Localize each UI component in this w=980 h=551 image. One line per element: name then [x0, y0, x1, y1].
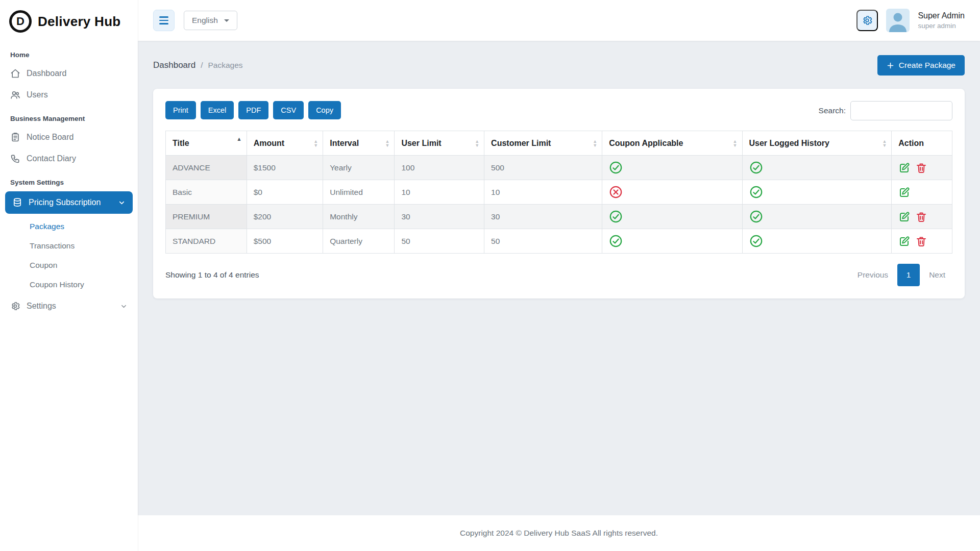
- sidebar-item-contact-diary[interactable]: Contact Diary: [0, 148, 138, 169]
- sort-icon: ▲▼: [475, 139, 479, 147]
- settings-gear-button[interactable]: [856, 10, 878, 31]
- packages-card: PrintExcelPDFCSVCopy Search: Title▲Amoun…: [153, 89, 965, 298]
- cell-user-limit: 30: [395, 205, 484, 229]
- column-header-amount[interactable]: Amount▲▼: [247, 131, 323, 156]
- column-header-customer-limit[interactable]: Customer Limit▲▼: [484, 131, 602, 156]
- sidebar-item-pricing-subscription[interactable]: Pricing Subscription: [5, 191, 133, 214]
- table-row: PREMIUM$200Monthly3030: [166, 205, 952, 229]
- menu-toggle-button[interactable]: [153, 10, 175, 31]
- edit-icon[interactable]: [898, 162, 911, 174]
- notice-board-icon: [10, 132, 20, 142]
- edit-icon[interactable]: [898, 211, 911, 223]
- check-circle-icon: [609, 161, 623, 174]
- x-circle-icon: [609, 185, 623, 199]
- sidebar-subitem-transactions[interactable]: Transactions: [0, 236, 138, 256]
- sidebar-item-notice-board[interactable]: Notice Board: [0, 127, 138, 148]
- cell-user-logged-history: [742, 156, 892, 180]
- delete-icon[interactable]: [915, 162, 927, 174]
- check-circle-icon: [749, 234, 763, 248]
- breadcrumb-separator: /: [201, 61, 203, 70]
- delete-icon[interactable]: [915, 211, 927, 223]
- edit-icon[interactable]: [898, 235, 911, 247]
- sidebar-subitem-packages[interactable]: Packages: [0, 217, 138, 236]
- cell-coupon-applicable: [602, 156, 742, 180]
- user-name: Super Admin: [918, 11, 965, 21]
- sort-icon: ▲▼: [593, 139, 597, 147]
- main-column: English Super Admin super admin Dashboar…: [138, 0, 980, 551]
- cell-title: STANDARD: [166, 229, 247, 254]
- cell-action: [892, 156, 952, 180]
- packages-table: Title▲Amount▲▼Interval▲▼User Limit▲▼Cust…: [165, 131, 952, 254]
- table-row: ADVANCE$1500Yearly100500: [166, 156, 952, 180]
- cell-user-logged-history: [742, 180, 892, 205]
- cell-action: [892, 205, 952, 229]
- cell-coupon-applicable: [602, 205, 742, 229]
- sort-icon: ▲▼: [882, 139, 887, 147]
- pagination: Previous 1 Next: [850, 264, 952, 286]
- pagination-page-1[interactable]: 1: [897, 264, 920, 286]
- brand[interactable]: D Delivery Hub: [0, 0, 138, 42]
- check-circle-icon: [749, 210, 763, 223]
- cell-interval: Yearly: [323, 156, 395, 180]
- table-header-row: Title▲Amount▲▼Interval▲▼User Limit▲▼Cust…: [166, 131, 952, 156]
- column-header-user-limit[interactable]: User Limit▲▼: [395, 131, 484, 156]
- user-role: super admin: [918, 21, 965, 31]
- column-header-interval[interactable]: Interval▲▼: [323, 131, 395, 156]
- sidebar-item-settings[interactable]: Settings: [0, 295, 138, 317]
- language-label: English: [192, 16, 218, 25]
- search-area: Search:: [819, 101, 952, 120]
- top-header: English Super Admin super admin: [138, 0, 980, 41]
- sidebar-item-label: Contact Diary: [27, 154, 76, 163]
- check-circle-icon: [609, 234, 623, 248]
- cell-amount: $200: [247, 205, 323, 229]
- pdf-button[interactable]: PDF: [238, 101, 268, 119]
- sort-icon: ▲▼: [313, 139, 318, 147]
- table-row: STANDARD$500Quarterly5050: [166, 229, 952, 254]
- table-row: Basic$0Unlimited1010: [166, 180, 952, 205]
- search-label: Search:: [819, 106, 846, 115]
- column-header-user-logged-history[interactable]: User Logged History▲▼: [742, 131, 892, 156]
- sidebar-item-label: Notice Board: [27, 133, 74, 142]
- sort-icon: ▲▼: [733, 139, 738, 147]
- cell-coupon-applicable: [602, 180, 742, 205]
- column-header-title[interactable]: Title▲: [166, 131, 247, 156]
- cell-customer-limit: 500: [484, 156, 602, 180]
- csv-button[interactable]: CSV: [273, 101, 304, 119]
- cell-user-logged-history: [742, 229, 892, 254]
- cell-user-limit: 50: [395, 229, 484, 254]
- cell-customer-limit: 30: [484, 205, 602, 229]
- sidebar-item-label: Settings: [27, 302, 56, 311]
- brand-logo-icon: D: [9, 10, 32, 33]
- column-header-coupon-applicable[interactable]: Coupon Applicable▲▼: [602, 131, 742, 156]
- edit-icon[interactable]: [898, 186, 911, 198]
- cell-user-limit: 100: [395, 156, 484, 180]
- home-icon: [10, 68, 20, 79]
- chevron-down-icon: [120, 303, 128, 310]
- brand-name: Delivery Hub: [38, 14, 121, 30]
- avatar[interactable]: [886, 9, 910, 32]
- pagination-previous[interactable]: Previous: [850, 265, 895, 285]
- brand-logo-letter: D: [16, 15, 24, 28]
- pagination-next[interactable]: Next: [922, 265, 952, 285]
- excel-button[interactable]: Excel: [201, 101, 234, 119]
- sidebar-subitem-coupon-history[interactable]: Coupon History: [0, 275, 138, 294]
- delete-icon[interactable]: [915, 235, 927, 247]
- entries-summary: Showing 1 to 4 of 4 entries: [165, 270, 259, 280]
- check-circle-icon: [749, 161, 763, 174]
- sidebar-subitem-coupon[interactable]: Coupon: [0, 256, 138, 275]
- language-dropdown[interactable]: English: [184, 11, 237, 30]
- user-info[interactable]: Super Admin super admin: [918, 11, 965, 30]
- export-buttons: PrintExcelPDFCSVCopy: [165, 101, 346, 119]
- sidebar-item-dashboard[interactable]: Dashboard: [0, 63, 138, 84]
- search-input[interactable]: [850, 101, 952, 120]
- copy-button[interactable]: Copy: [308, 101, 341, 119]
- sidebar-item-users[interactable]: Users: [0, 84, 138, 106]
- print-button[interactable]: Print: [165, 101, 196, 119]
- create-package-button[interactable]: Create Package: [877, 55, 965, 76]
- breadcrumb-dashboard[interactable]: Dashboard: [153, 60, 195, 70]
- cell-customer-limit: 50: [484, 229, 602, 254]
- copyright-text: Copyright 2024 © Delivery Hub SaaS All r…: [460, 529, 658, 537]
- breadcrumb: Dashboard / Packages: [153, 60, 243, 70]
- packages-table-body: ADVANCE$1500Yearly100500Basic$0Unlimited…: [166, 156, 952, 254]
- cell-action: [892, 180, 952, 205]
